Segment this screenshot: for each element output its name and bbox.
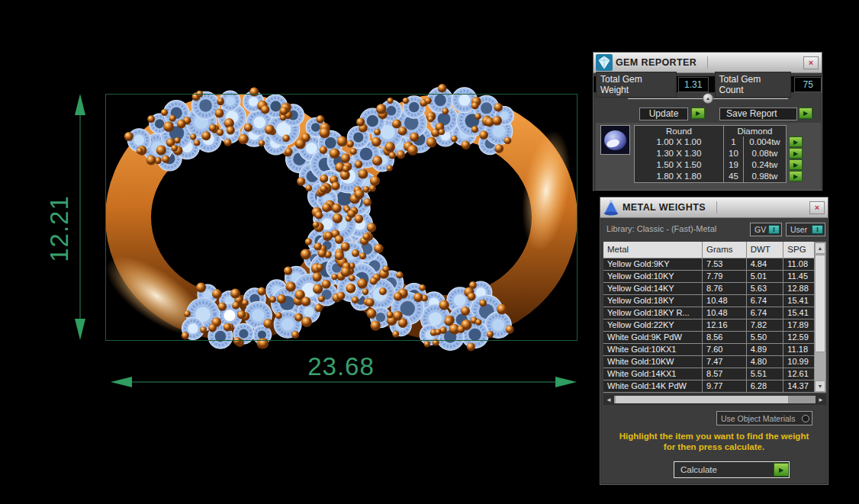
gv-label: GV: [754, 225, 766, 234]
gem-weight-cell: 0.98tw: [743, 171, 787, 183]
dimension-height-label: 12.21: [45, 187, 74, 271]
column-header-spg: SPG: [783, 242, 814, 258]
spg-cell: 11.45: [783, 271, 814, 282]
horizontal-scrollbar[interactable]: ◄ ►: [603, 394, 826, 405]
gem-row-run-icon[interactable]: ▶: [789, 159, 803, 170]
gem-table-row[interactable]: 1.30 X 1.30 10 0.08tw ▶: [634, 148, 803, 160]
metal-table-row[interactable]: White Gold:9K PdW 8.56 5.50 12.59: [603, 332, 814, 343]
update-run-icon[interactable]: ▶: [691, 108, 705, 119]
gv-toggle[interactable]: GV I: [750, 223, 782, 236]
metal-table-row[interactable]: Yellow Gold:14KY 8.76 5.63 12.88: [603, 283, 814, 294]
metal-weights-scale-icon: [602, 199, 619, 217]
metal-name-cell: Yellow Gold:18KY R...: [603, 307, 702, 319]
dwt-cell: 6.74: [747, 295, 783, 307]
calculate-button[interactable]: Calculate ▶: [674, 461, 790, 478]
dwt-cell: 5.50: [747, 332, 783, 343]
calculate-run-icon[interactable]: ▶: [774, 463, 789, 477]
metal-name-cell: White Gold:14KX1: [603, 368, 702, 380]
infinity-ring-render: [0, 0, 595, 504]
metal-name-cell: Yellow Gold:22KY: [603, 319, 702, 331]
close-icon[interactable]: ×: [809, 201, 825, 214]
titlebar-divider: [707, 56, 708, 69]
use-object-materials-dropdown[interactable]: Use Object Materials: [716, 411, 812, 425]
gem-table-row[interactable]: 1.50 X 1.50 19 0.24tw ▶: [634, 159, 803, 172]
user-toggle[interactable]: User I: [786, 223, 825, 236]
spg-cell: 12.61: [783, 368, 814, 380]
calculate-label: Calculate: [680, 465, 717, 474]
gem-table-header: Round Diamond: [634, 125, 803, 137]
dwt-cell: 6.74: [747, 307, 783, 319]
save-report-run-icon[interactable]: ▶: [799, 108, 812, 119]
gem-preview-thumbnail[interactable]: [600, 125, 630, 155]
vertical-scrollbar[interactable]: ▲ ▼: [814, 242, 826, 393]
type-column-header: Diamond: [723, 125, 787, 137]
spg-cell: 11.18: [783, 344, 814, 355]
hint-line-1: Highlight the item you want to find the …: [600, 431, 828, 441]
gem-row-run-icon[interactable]: ▶: [789, 136, 803, 147]
gem-sphere-icon: [604, 130, 626, 150]
metal-table-row[interactable]: Yellow Gold:10KY 7.79 5.01 11.45: [603, 271, 814, 282]
hscrollbar-thumb[interactable]: [616, 396, 788, 403]
gem-table-row[interactable]: 1.80 X 1.80 45 0.98tw ▶: [634, 171, 803, 183]
grams-cell: 8.56: [703, 332, 746, 343]
update-button[interactable]: Update: [639, 108, 688, 120]
gem-size-cell: 1.00 X 1.00: [634, 136, 724, 149]
gem-count-cell: 10: [723, 148, 744, 160]
gv-toggle-icon[interactable]: I: [768, 225, 780, 234]
dimension-width-label: 23.68: [303, 352, 379, 381]
gem-table-row[interactable]: 1.00 X 1.00 1 0.004tw ▶: [634, 136, 803, 149]
dwt-cell: 4.89: [747, 344, 783, 355]
scrollbar-thumb[interactable]: [815, 255, 825, 352]
metal-table-row[interactable]: Yellow Gold:9KY 7.53 4.84 11.08: [603, 258, 814, 270]
metal-table-row[interactable]: White Gold:14KX1 8.57 5.51 12.61: [603, 368, 814, 380]
gem-weight-cell: 0.08tw: [743, 148, 787, 160]
scroll-left-icon[interactable]: ◄: [603, 396, 614, 403]
metal-table: Metal Grams DWT SPG Yellow Gold:9KY 7.53…: [603, 242, 814, 393]
grams-cell: 8.57: [703, 368, 746, 380]
metal-table-region: Metal Grams DWT SPG Yellow Gold:9KY 7.53…: [603, 242, 826, 393]
gem-table-region: Round Diamond 1.00 X 1.00 1 0.004tw ▶ 1.…: [596, 123, 821, 190]
metal-name-cell: Yellow Gold:14KY: [603, 283, 702, 294]
hscrollbar-track[interactable]: [614, 396, 816, 403]
use-object-materials-label: Use Object Materials: [721, 414, 795, 423]
metal-table-row[interactable]: Yellow Gold:18KY 10.48 6.74 15.41: [603, 295, 814, 307]
total-gem-weight-label: Total Gem Weight: [596, 72, 677, 98]
total-gem-count-value: 75: [794, 77, 822, 92]
panel-title: METAL WEIGHTS: [623, 202, 706, 213]
metal-table-row[interactable]: White Gold:10KW 7.47 4.80 10.99: [603, 356, 814, 368]
metal-weights-titlebar[interactable]: METAL WEIGHTS ×: [600, 197, 828, 218]
metal-table-header: Metal Grams DWT SPG: [603, 242, 814, 258]
spg-cell: 12.88: [783, 283, 814, 294]
user-toggle-icon[interactable]: I: [812, 225, 823, 234]
gem-row-run-icon[interactable]: ▶: [789, 148, 803, 159]
scroll-down-icon[interactable]: ▼: [815, 380, 825, 392]
gem-weight-cell: 0.004tw: [743, 136, 787, 149]
metal-table-row[interactable]: Yellow Gold:22KY 12.16 7.82 17.89: [603, 319, 814, 331]
total-gem-count-label: Total Gem Count: [715, 72, 792, 98]
panel-splitter-knob[interactable]: ▲: [703, 93, 713, 104]
spg-cell: 12.59: [783, 332, 814, 343]
gem-size-cell: 1.80 X 1.80: [634, 171, 724, 183]
grams-cell: 7.79: [703, 271, 746, 282]
shape-column-header: Round: [634, 125, 724, 137]
gem-reporter-titlebar[interactable]: GEM REPORTER ×: [594, 53, 822, 73]
metal-table-row[interactable]: Yellow Gold:18KY R... 10.48 6.74 15.41: [603, 307, 814, 319]
radio-icon[interactable]: [802, 415, 809, 422]
save-report-button[interactable]: Save Report: [719, 108, 797, 120]
gem-row-run-icon[interactable]: ▶: [789, 171, 803, 181]
grams-cell: 9.77: [703, 380, 746, 392]
metal-name-cell: Yellow Gold:10KY: [603, 271, 702, 282]
metal-name-cell: White Gold:10KX1: [603, 344, 702, 355]
metal-name-cell: White Gold:10KW: [603, 356, 702, 368]
spg-cell: 11.08: [783, 258, 814, 270]
metal-table-row[interactable]: White Gold:10KX1 7.60 4.89 11.18: [603, 344, 814, 355]
metal-name-cell: White Gold:9K PdW: [603, 332, 702, 343]
close-icon[interactable]: ×: [803, 56, 819, 69]
metal-weights-panel: METAL WEIGHTS × Library: Classic - (Fast…: [600, 197, 828, 485]
scroll-up-icon[interactable]: ▲: [815, 242, 825, 254]
metal-name-cell: Yellow Gold:9KY: [603, 258, 702, 270]
library-label: Library: Classic - (Fast)-Metal: [606, 224, 716, 233]
viewport-3d[interactable]: 23.68 12.21: [0, 0, 595, 504]
metal-table-row[interactable]: White Gold:14K PdW 9.77 6.28 14.37: [603, 380, 814, 392]
scroll-right-icon[interactable]: ►: [816, 396, 826, 403]
